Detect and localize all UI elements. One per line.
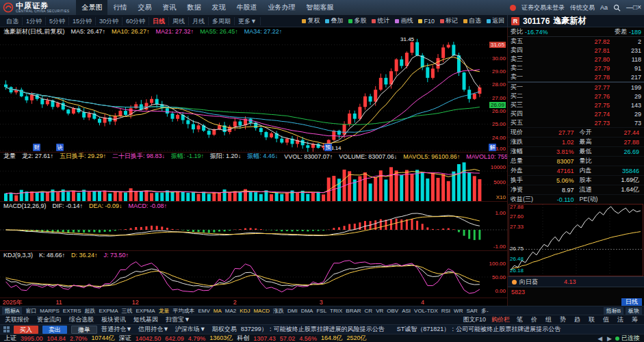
mini-view-tab[interactable]: 笔: [515, 315, 524, 324]
indicator-tab[interactable]: MACD: [253, 307, 270, 315]
indicator-tab[interactable]: EXPMA: [99, 307, 118, 315]
bid-row[interactable]: 买三27.75143: [508, 101, 644, 109]
indicator-tab[interactable]: DMI: [287, 307, 298, 315]
layout-grid-icon[interactable]: [3, 326, 10, 332]
menu-item[interactable]: 资讯: [157, 0, 181, 15]
indicator-tab[interactable]: 龙量: [159, 307, 170, 315]
bid-row[interactable]: 买一27.77199: [508, 83, 644, 92]
index-name[interactable]: 深证: [119, 334, 131, 342]
indicator-tab[interactable]: SAR: [466, 307, 477, 315]
indicator-tab[interactable]: MA2: [225, 307, 236, 315]
menu-item[interactable]: 发现: [206, 0, 231, 15]
kdj-pane[interactable]: 100.0050.000.00: [0, 259, 507, 298]
indicator-tab[interactable]: RSI: [441, 307, 450, 315]
trade-dropdown[interactable]: 期权交易: [212, 325, 237, 334]
buy-button[interactable]: 买入: [14, 326, 38, 334]
bid-row[interactable]: 买五27.7373: [508, 118, 644, 127]
ask-row[interactable]: 卖二27.7991: [508, 64, 644, 73]
period-tab[interactable]: 月线: [189, 17, 209, 25]
indicator-tab[interactable]: 平均成本: [173, 307, 195, 315]
cancel-order-button[interactable]: 撤单: [71, 326, 97, 334]
mini-view-tab[interactable]: 值: [602, 315, 610, 324]
period-tab[interactable]: 15分钟: [69, 17, 96, 25]
indicator-group-a[interactable]: 指标A: [2, 307, 22, 315]
ask-row[interactable]: 卖四27.81231: [508, 46, 644, 55]
indicator-tab[interactable]: 超跌: [84, 307, 95, 315]
signal-badge[interactable]: 财: [33, 144, 40, 151]
period-tab[interactable]: 自选: [3, 17, 23, 25]
period-button[interactable]: 日线: [621, 298, 642, 306]
candlestick-pane[interactable]: 31.45←23.14 31.0531.0030.0029.0028.0027.…: [0, 36, 507, 152]
mini-view-tab[interactable]: 联: [587, 315, 596, 324]
volume-pane[interactable]: X10 100005000: [0, 160, 507, 201]
indicator-tab[interactable]: VR: [376, 307, 383, 315]
menu-item[interactable]: 牛股道: [231, 0, 262, 15]
indicator-tab[interactable]: 多-: [481, 307, 489, 315]
intraday-mini-chart[interactable]: 27.8827.6027.3326.7526.4826.18: [508, 204, 643, 276]
search-icon[interactable]: [613, 4, 621, 12]
ask-row[interactable]: 卖三27.80118: [508, 55, 644, 64]
indicator-tab[interactable]: OBV: [387, 307, 398, 315]
news-ticker[interactable]: 837299）：可能被终止股票挂牌进展的风险提示公告 ST诚智（871821）：…: [241, 325, 641, 334]
indicator-tab[interactable]: DMA: [301, 307, 313, 315]
mini-view-tab[interactable]: 法: [616, 315, 625, 324]
scroll-left-icon[interactable]: ◀: [596, 335, 604, 342]
tool-叠加[interactable]: 叠加: [325, 16, 343, 25]
mini-view-tab[interactable]: 筹: [630, 315, 639, 324]
period-tab[interactable]: 周线: [169, 17, 189, 25]
indicator-group-b[interactable]: 板块: [626, 307, 642, 315]
menu-item[interactable]: 全景图: [76, 0, 107, 15]
tool-自选[interactable]: 自选: [463, 16, 481, 25]
tool-返回[interactable]: 返回: [487, 16, 504, 25]
menu-item[interactable]: 交易: [132, 0, 157, 15]
indicator-tab[interactable]: WR: [454, 307, 463, 315]
classic-trade-link[interactable]: 传统交易: [570, 3, 595, 12]
indicator-tab[interactable]: KDJ: [240, 307, 250, 315]
index-name[interactable]: 科创: [237, 334, 249, 342]
scroll-right-icon[interactable]: ▶: [606, 335, 613, 342]
login-status[interactable]: 证券交易未登录: [521, 3, 565, 12]
menu-item[interactable]: 智能客服: [300, 0, 339, 15]
period-tab[interactable]: 60分钟: [123, 17, 149, 25]
indicator-tab[interactable]: ASI: [402, 307, 411, 315]
mini-view-tab[interactable]: 价: [530, 315, 539, 324]
tool-复权[interactable]: 复权: [302, 16, 320, 25]
link-item[interactable]: 综合选股: [69, 315, 94, 324]
signal-badge[interactable]: 诀: [56, 144, 64, 151]
sell-button[interactable]: 卖出: [42, 326, 67, 334]
trade-dropdown[interactable]: 沪深市场▼: [175, 325, 206, 334]
indicator-tab[interactable]: CR: [365, 307, 373, 315]
link-item[interactable]: 关联报价: [5, 315, 29, 324]
quote-header[interactable]: R 301176 逸豪新材: [507, 15, 644, 27]
tool-统计[interactable]: 统计: [372, 16, 389, 25]
tool-标记[interactable]: 标记: [440, 16, 458, 25]
trade-dropdown[interactable]: 信用持仓▼: [138, 325, 169, 334]
trade-dropdown[interactable]: 普通持仓▼: [101, 325, 132, 334]
period-tab[interactable]: 30分钟: [96, 17, 123, 25]
menu-item[interactable]: 数据: [181, 0, 206, 15]
indicator-tab[interactable]: VOL-TDX: [414, 307, 438, 315]
period-tab[interactable]: 1分钟: [23, 17, 46, 25]
link-item[interactable]: 购价栏: [491, 315, 510, 324]
indicator-tab[interactable]: TRIX: [330, 307, 342, 315]
minimize-button[interactable]: —: [626, 3, 633, 11]
indicator-tab[interactable]: BRAR: [346, 307, 361, 315]
indicator-tab[interactable]: EMV: [198, 307, 210, 315]
link-item[interactable]: 资金流向: [37, 315, 62, 324]
indicator-tab[interactable]: EXTRS: [63, 307, 81, 315]
mini-view-tab[interactable]: 组: [544, 315, 553, 324]
macd-pane[interactable]: 1.00-1.00: [0, 209, 507, 250]
indicator-tab[interactable]: 三线: [121, 307, 132, 315]
menu-item[interactable]: 行情: [107, 0, 132, 15]
indicator-group-b[interactable]: 指标B: [604, 307, 623, 315]
menu-item[interactable]: 业务办理: [262, 0, 300, 15]
indicator-tab[interactable]: EXPMA: [136, 307, 155, 315]
close-button[interactable]: ×: [637, 3, 641, 11]
period-tab[interactable]: 5分钟: [46, 17, 69, 25]
sunflower-row[interactable]: 向日葵 4.13: [508, 276, 644, 287]
tool-画线[interactable]: 画线: [395, 16, 413, 25]
link-item[interactable]: 扫雷宝▼: [166, 315, 190, 324]
bid-row[interactable]: 买二27.7629: [508, 92, 644, 101]
mini-view-tab[interactable]: 势: [558, 315, 567, 324]
link-item[interactable]: 短线基因: [133, 315, 158, 324]
